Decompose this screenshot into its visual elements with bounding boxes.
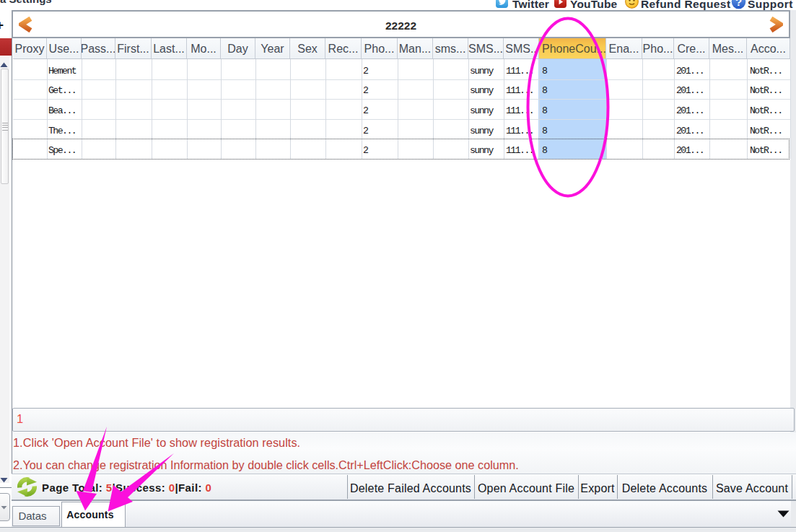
svg-text:?: ?	[735, 0, 742, 8]
